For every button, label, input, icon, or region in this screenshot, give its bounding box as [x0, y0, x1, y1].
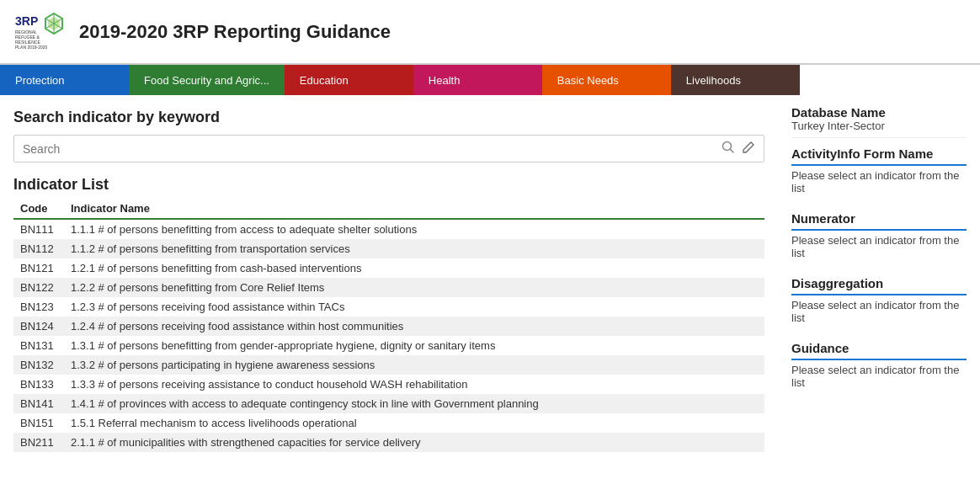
search-section-title: Search indicator by keyword: [13, 109, 764, 126]
row-code: BN211: [13, 433, 64, 452]
row-name: 2.1.1 # of municipalities with strengthe…: [64, 433, 764, 452]
table-scroll[interactable]: Code Indicator Name BN1111.1.1 # of pers…: [13, 199, 764, 479]
row-code: BN123: [13, 297, 64, 317]
row-name: 1.4.1 # of provinces with access to adeq…: [64, 394, 764, 413]
row-name: 1.1.2 # of persons benefitting from tran…: [64, 239, 764, 258]
table-wrapper: Code Indicator Name BN1111.1.1 # of pers…: [13, 199, 764, 479]
table-row[interactable]: BN1231.2.3 # of persons receiving food a…: [13, 297, 764, 317]
row-code: BN122: [13, 278, 64, 297]
numerator-label: Numerator: [791, 211, 967, 226]
database-name-section: Database Name Turkey Inter-Sector: [791, 105, 967, 138]
disaggregation-label: Disaggregation: [791, 276, 967, 290]
row-name: 1.3.1 # of persons benefitting from gend…: [64, 336, 764, 355]
disaggregation-section: Disaggregation Please select an indicato…: [791, 276, 967, 324]
col-code: Code: [13, 199, 64, 219]
row-name: 1.2.2 # of persons benefitting from Core…: [64, 278, 764, 297]
table-row[interactable]: BN1511.5.1 Referral mechanism to access …: [13, 413, 764, 433]
row-code: BN131: [13, 336, 64, 355]
tab-protection[interactable]: Protection: [0, 65, 129, 95]
tab-basic-needs[interactable]: Basic Needs: [542, 65, 671, 95]
tab-education[interactable]: Education: [285, 65, 413, 95]
row-name: 1.2.4 # of persons receiving food assist…: [64, 317, 764, 336]
edit-icon[interactable]: [742, 141, 755, 157]
row-code: BN141: [13, 394, 64, 413]
activity-info-divider: [791, 164, 967, 166]
table-row[interactable]: BN1241.2.4 # of persons receiving food a…: [13, 317, 764, 336]
row-code: BN111: [13, 219, 64, 239]
activity-info-label: ActivityInfo Form Name: [791, 146, 967, 161]
table-row[interactable]: BN1121.1.2 # of persons benefitting from…: [13, 239, 764, 258]
row-name: 1.5.1 Referral mechanism to access livel…: [64, 413, 764, 433]
left-panel: Search indicator by keyword Indicator Li…: [0, 95, 778, 479]
col-name: Indicator Name: [64, 199, 764, 219]
header: 3RP REGIONAL REFUGEE & RESILIENCE PLAN 2…: [0, 0, 980, 65]
disaggregation-value: Please select an indicator from the list: [791, 299, 967, 324]
activity-info-section: ActivityInfo Form Name Please select an …: [791, 146, 967, 194]
svg-text:PLAN 2019-2020: PLAN 2019-2020: [15, 45, 48, 50]
row-name: 1.2.3 # of persons receiving food assist…: [64, 297, 764, 317]
svg-text:3RP: 3RP: [15, 14, 38, 28]
guidance-label: Guidance: [791, 341, 967, 355]
numerator-divider: [791, 229, 967, 231]
row-name: 1.3.3 # of persons receiving assistance …: [64, 375, 764, 394]
table-row[interactable]: BN1211.2.1 # of persons benefitting from…: [13, 258, 764, 278]
row-code: BN133: [13, 375, 64, 394]
activity-info-value: Please select an indicator from the list: [791, 169, 967, 194]
table-row[interactable]: BN2112.1.1 # of municipalities with stre…: [13, 433, 764, 452]
indicator-list-title: Indicator List: [13, 176, 764, 194]
table-row[interactable]: BN1411.4.1 # of provinces with access to…: [13, 394, 764, 413]
search-bar[interactable]: [13, 135, 764, 162]
tab-health[interactable]: Health: [413, 65, 542, 95]
row-code: BN132: [13, 355, 64, 375]
tab-food-security[interactable]: Food Security and Agric...: [129, 65, 285, 95]
main-container: Search indicator by keyword Indicator Li…: [0, 95, 980, 479]
row-name: 1.2.1 # of persons benefitting from cash…: [64, 258, 764, 278]
logo: 3RP REGIONAL REFUGEE & RESILIENCE PLAN 2…: [13, 8, 64, 55]
table-row[interactable]: BN1221.2.2 # of persons benefitting from…: [13, 278, 764, 297]
search-input[interactable]: [23, 142, 722, 156]
guidance-value: Please select an indicator from the list: [791, 364, 967, 389]
page-title: 2019-2020 3RP Reporting Guidance: [79, 21, 391, 43]
numerator-section: Numerator Please select an indicator fro…: [791, 211, 967, 259]
row-code: BN112: [13, 239, 64, 258]
table-header-row: Code Indicator Name: [13, 199, 764, 219]
indicator-table: Code Indicator Name BN1111.1.1 # of pers…: [13, 199, 764, 452]
table-row[interactable]: BN1331.3.3 # of persons receiving assist…: [13, 375, 764, 394]
table-row[interactable]: BN1321.3.2 # of persons participating in…: [13, 355, 764, 375]
row-code: BN151: [13, 413, 64, 433]
row-name: 1.3.2 # of persons participating in hygi…: [64, 355, 764, 375]
logo-area: 3RP REGIONAL REFUGEE & RESILIENCE PLAN 2…: [13, 8, 391, 55]
guidance-section: Guidance Please select an indicator from…: [791, 341, 967, 389]
disaggregation-divider: [791, 294, 967, 295]
tab-livelihoods[interactable]: Livelihoods: [671, 65, 800, 95]
right-panel: Database Name Turkey Inter-Sector Activi…: [778, 95, 980, 479]
svg-line-11: [731, 150, 734, 153]
search-icon: [722, 141, 735, 157]
row-code: BN121: [13, 258, 64, 278]
table-row[interactable]: BN1311.3.1 # of persons benefitting from…: [13, 336, 764, 355]
numerator-value: Please select an indicator from the list: [791, 234, 967, 259]
guidance-divider: [791, 359, 967, 360]
row-name: 1.1.1 # of persons benefitting from acce…: [64, 219, 764, 239]
row-code: BN124: [13, 317, 64, 336]
database-name-label: Database Name: [791, 105, 967, 120]
database-name-value: Turkey Inter-Sector: [791, 120, 967, 132]
table-row[interactable]: BN1111.1.1 # of persons benefitting from…: [13, 219, 764, 239]
nav-tabs: Protection Food Security and Agric... Ed…: [0, 65, 980, 95]
